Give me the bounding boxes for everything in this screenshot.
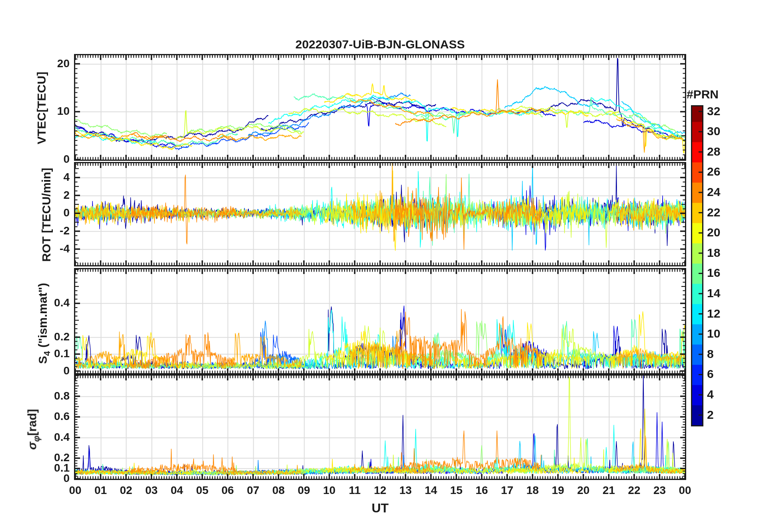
xtick-label: 04 — [163, 484, 191, 497]
ytick-label-vtec: 10 — [42, 105, 70, 118]
xtick-label: 05 — [188, 484, 216, 497]
ytick-label-sigma_phi: 0.2 — [42, 451, 70, 464]
xtick-label: 06 — [214, 484, 242, 497]
colorbar-tick-label: 12 — [707, 307, 735, 320]
ytick-label-sigma_phi: 0.8 — [42, 390, 70, 402]
colorbar-tick-label: 18 — [707, 246, 735, 260]
xtick-label: 03 — [138, 484, 166, 497]
xtick-label: 19 — [544, 484, 572, 497]
xtick-label: 13 — [392, 484, 420, 497]
xtick-label: 17 — [493, 484, 521, 497]
xtick-label: 16 — [468, 484, 496, 497]
xtick-label: 12 — [366, 484, 394, 497]
multi-panel-plot-canvas — [0, 0, 761, 532]
xtick-label: 11 — [341, 484, 369, 497]
ytick-label-vtec: 20 — [42, 57, 70, 70]
colorbar-tick-label: 28 — [707, 145, 735, 158]
ytick-label-sigma_phi: 0.4 — [42, 431, 70, 444]
xtick-label: 20 — [569, 484, 597, 497]
ytick-label-s4: 0 — [42, 364, 70, 377]
colorbar-tick-label: 4 — [707, 388, 735, 401]
colorbar-tick-label: 20 — [707, 226, 735, 239]
xtick-label: 23 — [646, 484, 674, 497]
xtick-label: 10 — [315, 484, 343, 497]
colorbar-tick-label: 16 — [707, 266, 735, 280]
xtick-label: 22 — [620, 484, 648, 497]
colorbar-tick-label: 26 — [707, 165, 735, 178]
ylabel-sigma-phi: σφ[rad] — [26, 370, 42, 490]
ytick-label-rot: -2 — [42, 224, 70, 237]
ytick-label-rot: -4 — [42, 242, 70, 255]
chart-title: 20220307-UiB-BJN-GLONASS — [75, 38, 685, 51]
xtick-label: 21 — [595, 484, 623, 497]
colorbar-tick-label: 14 — [707, 286, 735, 300]
ytick-label-s4: 0.1 — [42, 347, 70, 360]
ytick-label-sigma_phi: 0.6 — [42, 410, 70, 423]
ytick-label-s4: 0.2 — [42, 330, 70, 343]
xtick-label: 02 — [112, 484, 140, 497]
xtick-label: 14 — [417, 484, 445, 497]
colorbar-tick-label: 2 — [707, 408, 735, 422]
xtick-label: 00 — [671, 484, 699, 497]
colorbar-tick-label: 10 — [707, 327, 735, 340]
xtick-label: 07 — [239, 484, 267, 497]
xaxis-label: UT — [304, 501, 456, 516]
xtick-label: 01 — [87, 484, 115, 497]
xtick-label: 00 — [61, 484, 89, 497]
colorbar-tick-label: 30 — [707, 124, 735, 138]
figure-window: 20220307-UiB-BJN-GLONASS VTEC[TECU] ROT … — [0, 0, 761, 532]
colorbar-tick-label: 8 — [707, 347, 735, 361]
colorbar-tick-label: 6 — [707, 367, 735, 381]
ytick-label-rot: 4 — [42, 171, 70, 184]
colorbar-tick-label: 32 — [707, 104, 735, 118]
colorbar-tick-label: 24 — [707, 185, 735, 199]
xtick-label: 15 — [443, 484, 471, 497]
xtick-label: 09 — [290, 484, 318, 497]
xtick-label: 18 — [519, 484, 547, 497]
colorbar-tick-label: 22 — [707, 206, 735, 219]
ytick-label-vtec: 0 — [42, 153, 70, 166]
colorbar-title: #PRN — [687, 88, 719, 101]
ytick-label-rot: 2 — [42, 189, 70, 202]
ytick-label-rot: 0 — [42, 206, 70, 219]
ytick-label-s4: 0.4 — [42, 296, 70, 309]
xtick-label: 08 — [264, 484, 292, 497]
